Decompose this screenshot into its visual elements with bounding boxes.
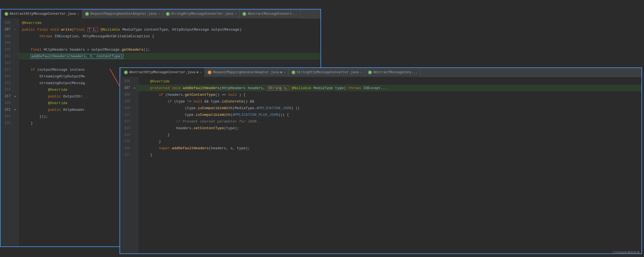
line-num-206: 206 (1, 21, 12, 25)
line-num-213: 213 (1, 68, 12, 72)
front-line-num-107: 107 (120, 86, 132, 90)
gutter-221: ● (12, 108, 18, 111)
tab-close-front-2[interactable]: ✕ (360, 70, 362, 74)
front-code-content: @Override protected void addDefaultHeade… (138, 77, 641, 253)
front-code-line-108: if (headers.getContentType() == null ) { (141, 93, 246, 97)
front-line-num-108: 108 (120, 93, 132, 97)
front-code-line-113: headers.setContentType(type); (141, 126, 239, 130)
front-code-line-109: if (type != null && type.isConcrete() && (141, 99, 254, 104)
code-line-214: StreamingHttpOutputMe... (22, 74, 91, 79)
code-line-208: throws IOException, HttpMessageNotWritab… (22, 34, 154, 38)
tab-abstract-message-back[interactable]: C AbstractMessageConvert... (240, 9, 301, 18)
line-num-217: 217 (1, 94, 12, 98)
code-line-207: public final void write(final T t, @Null… (22, 27, 242, 32)
tab-abstract-message-front[interactable]: C AbstractMessageConv... (365, 68, 420, 77)
tab-close-front-1[interactable]: ✕ (284, 70, 286, 74)
front-code-line-107: protected void addDefaultHeaders(HttpHea… (141, 86, 387, 90)
line-num-214: 214 (1, 74, 12, 78)
code-line-220: @Override (22, 101, 68, 105)
line-num-216: 216 (1, 88, 12, 92)
tab-string-http-front[interactable]: C StringHttpMessageConverter.java ✕ (289, 68, 365, 77)
front-code-line-111: type.isCompatibleWith(APPLICATION_PLUS_J… (141, 113, 289, 117)
line-num-209: 209 (1, 41, 12, 45)
code-line-212 (22, 61, 24, 65)
front-line-num-112: 112 (120, 119, 132, 123)
tab-front-icon-c2: C (208, 70, 212, 74)
back-line-numbers: 206 207 ↑ 208 209 210 211 (1, 18, 19, 246)
tab-icon-c: C (4, 12, 8, 16)
code-line-211: addDefaultHeaders(headers, t, contentTyp… (22, 54, 123, 58)
front-line-num-116: 116 (120, 146, 132, 150)
front-tab-bar: C AbstractHttpMessageConverter.java ✕ C … (120, 68, 641, 77)
front-line-num-109: 109 (120, 99, 132, 103)
modified-dot-0 (197, 71, 198, 73)
tab-abstract-http-front[interactable]: C AbstractHttpMessageConverter.java ✕ (121, 68, 205, 77)
line-num-215: 215 (1, 81, 12, 85)
front-code-line-117: } (141, 153, 152, 157)
front-line-num-114: 114 (120, 133, 132, 137)
front-line-num-117: 117 (120, 153, 132, 157)
front-code-line-110: (type.isCompatibleWith(MediaType.APPLICA… (141, 106, 300, 110)
code-line-221: public HttpHeader... (22, 108, 91, 112)
tab-request-mapping-back[interactable]: C RequestMappingHandlerAdapter.java ✕ (82, 9, 163, 18)
line-num-221: 221 (1, 108, 12, 112)
front-line-num-110: 110 (120, 106, 132, 110)
tab-abstract-http-back[interactable]: C AbstractHttpMessageConverter.java ✕ (2, 9, 82, 18)
line-num-210: 210 (1, 48, 12, 52)
modified-dot-1 (280, 71, 282, 73)
front-code-line-116: super.addDefaultHeaders(headers, s, type… (141, 146, 250, 150)
line-num-211: 211 (1, 54, 12, 58)
tab-close-back-2[interactable]: ✕ (235, 12, 237, 16)
watermark: CSDN@绘梦科技风 (613, 251, 640, 255)
front-line-num-111: 111 (120, 113, 132, 117)
front-code-line-114: } (141, 133, 170, 137)
front-editor-window: C AbstractHttpMessageConverter.java ✕ C … (120, 67, 642, 254)
back-tab-bar: C AbstractHttpMessageConverter.java ✕ C … (1, 9, 320, 18)
code-line-225: } (22, 121, 33, 125)
code-line-210: final HttpHeaders headers = outputMessag… (22, 48, 150, 52)
front-line-num-115: 115 (120, 139, 132, 143)
front-gutter-107: ● (132, 87, 137, 90)
code-line-206: @Override (22, 21, 41, 25)
line-num-224: 224 (1, 114, 12, 118)
tab-request-mapping-front[interactable]: C RequestMappingHandlerAdapter.java ✕ (205, 68, 289, 77)
line-num-220: 220 (1, 101, 12, 105)
front-line-num-113: 113 (120, 126, 132, 130)
line-num-225: 225 (1, 121, 12, 125)
code-line-215: streamingOutputMessag... (22, 81, 91, 85)
tab-icon-c2: C (85, 12, 89, 16)
code-line-217: public OutputStr... (22, 94, 89, 99)
front-code-line-112: // Prevent charset parameter for JSON.. (141, 119, 261, 124)
line-num-212: 212 (1, 61, 12, 65)
gutter-207: ↑ (12, 28, 18, 31)
line-num-207: 207 (1, 28, 12, 31)
tab-icon-c4: C (242, 12, 246, 16)
front-line-numbers: 106 107 ● 108 109 110 111 (120, 77, 138, 253)
front-line-num-106: 106 (120, 79, 132, 83)
tab-string-http-back[interactable]: C StringHttpMessageConverter.java ✕ (163, 9, 240, 18)
front-code-line-115: } (141, 139, 161, 144)
tab-close-back-0[interactable]: ✕ (78, 12, 79, 16)
code-line-216: @Override (22, 88, 68, 92)
code-line-209 (22, 41, 24, 45)
tab-front-icon-c1: C (124, 70, 128, 74)
tab-close-back-1[interactable]: ✕ (158, 12, 160, 16)
code-line-224: })); (22, 114, 48, 119)
tab-front-icon-c3: C (292, 70, 295, 74)
line-num-208: 208 (1, 34, 12, 38)
gutter-217: ● (12, 95, 18, 98)
tab-icon-c3: C (166, 12, 170, 16)
code-line-213: if (outputMessage instanc... (22, 68, 91, 72)
front-code-line-106: @Override (141, 79, 170, 84)
tab-front-icon-c4: C (368, 70, 372, 74)
tab-close-front-0[interactable]: ✕ (200, 70, 202, 74)
